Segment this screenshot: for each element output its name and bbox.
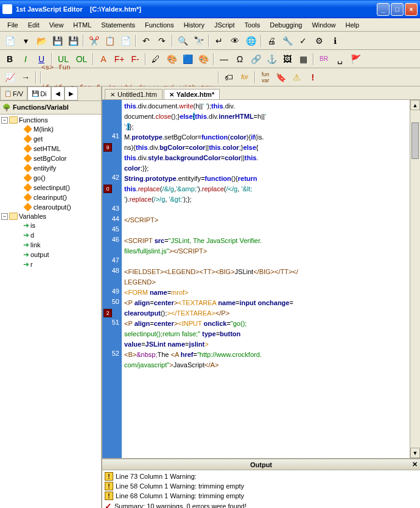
gutter-line[interactable]: 46: [102, 236, 122, 246]
gutter-line[interactable]: 48: [102, 267, 122, 277]
code-line[interactable]: <B>&nbsp;The <A href="http://www.crockfo…: [124, 350, 407, 360]
output-close-icon[interactable]: ✕: [412, 460, 418, 468]
editor-tab[interactable]: ✕Untitled1.htm: [105, 89, 163, 99]
arrow-icon[interactable]: →: [18, 70, 33, 85]
gutter-line[interactable]: 42: [102, 174, 122, 184]
menu-view[interactable]: View: [44, 20, 69, 30]
code-line[interactable]: <FORM name=mrof>: [124, 288, 407, 298]
cut-icon[interactable]: ✂️: [86, 34, 101, 48]
flag-icon[interactable]: 🚩: [348, 52, 363, 66]
space-icon[interactable]: ␣: [332, 52, 347, 66]
gutter-line[interactable]: 47: [102, 256, 122, 267]
char-icon[interactable]: Ω: [233, 52, 247, 66]
code-line[interactable]: </SCRIPT>: [124, 215, 407, 225]
browser-icon[interactable]: 🌐: [243, 34, 258, 48]
tree-var-item[interactable]: ➜ link: [1, 240, 100, 250]
close-button[interactable]: ×: [405, 3, 418, 16]
dropdown-icon[interactable]: ▾: [18, 34, 33, 48]
tree-func-item[interactable]: 🔶 entityify: [1, 163, 100, 173]
gutter-line[interactable]: [102, 163, 122, 174]
collapse-icon[interactable]: −: [1, 213, 8, 220]
code-line[interactable]: String.prototype.entityify=function(){re…: [124, 174, 407, 184]
tree-var-item[interactable]: ➜ is: [1, 220, 100, 230]
tree-functions-folder[interactable]: − Functions: [1, 116, 100, 124]
code-line[interactable]: this.div.document.write(h||' ');this.div…: [124, 101, 407, 111]
anchor-icon[interactable]: ⚓: [264, 52, 279, 66]
exclaim-icon[interactable]: !: [306, 70, 320, 85]
menu-statements[interactable]: Statements: [96, 20, 140, 30]
bookmark-icon[interactable]: 0: [103, 185, 112, 193]
tree-func-item[interactable]: 🔶 clearinput(): [1, 192, 100, 202]
open-folder-icon[interactable]: 📂: [34, 34, 49, 48]
scroll-up-icon[interactable]: ▲: [410, 100, 420, 110]
gutter-line[interactable]: 41: [102, 132, 122, 143]
code-line[interactable]: document.close();}else{this.div.innerHTM…: [124, 111, 407, 122]
code-line[interactable]: clearoutput();></TEXTAREA></P>: [124, 308, 407, 319]
tree-var-item[interactable]: ➜ d: [1, 230, 100, 240]
var-icon[interactable]: funvar: [258, 70, 273, 85]
snippet-fun[interactable]: fun: [56, 64, 73, 71]
find-icon[interactable]: 🔍: [175, 34, 190, 48]
tag-icon[interactable]: 🏷: [222, 70, 236, 85]
table-icon[interactable]: ▦: [296, 52, 310, 66]
gutter-line[interactable]: 49: [102, 288, 122, 298]
menu-debugging[interactable]: Debugging: [265, 20, 307, 30]
tab-nav-right[interactable]: ▶: [65, 86, 78, 101]
gutter-line[interactable]: 0: [102, 184, 122, 194]
editor-tab[interactable]: ✕Yaldex.htm*: [164, 89, 220, 99]
undo-icon[interactable]: ↶: [139, 34, 153, 48]
tree-var-item[interactable]: ➜ r: [1, 259, 100, 269]
minimize-button[interactable]: _: [377, 3, 390, 16]
tab-di[interactable]: 💾 Di: [27, 86, 51, 101]
menu-window[interactable]: Window: [307, 20, 340, 30]
code-line[interactable]: <SCRIPT src="JSLint, The JavaScript Veri…: [124, 236, 407, 246]
gutter-line[interactable]: 2: [102, 308, 122, 319]
code-line[interactable]: ').replace(/>/g, '&gt;');};: [124, 194, 407, 205]
italic-button[interactable]: I: [18, 52, 33, 66]
paste-icon[interactable]: 📄: [118, 34, 133, 48]
gear-icon[interactable]: ⚙: [312, 34, 326, 48]
code-line[interactable]: <P align=center><INPUT onclick="go();: [124, 319, 407, 329]
tab-fv[interactable]: 📋 F/V: [0, 86, 27, 101]
gutter-line[interactable]: [102, 101, 122, 111]
code-line[interactable]: this.div.style.backgroundColor=color||th…: [124, 153, 407, 163]
chart-icon[interactable]: 📈: [2, 70, 17, 85]
code-line[interactable]: com/javascript">JavaScript</A>: [124, 360, 407, 370]
gutter-line[interactable]: [102, 360, 122, 370]
tree-func-item[interactable]: 🔶 selectinput(): [1, 183, 100, 192]
vertical-scrollbar[interactable]: ▲ ▼: [410, 100, 420, 458]
gutter-line[interactable]: 45: [102, 225, 122, 236]
tree-func-item[interactable]: 🔶 get: [1, 134, 100, 144]
code-line[interactable]: [124, 225, 407, 236]
tab-close-icon[interactable]: ✕: [110, 91, 115, 98]
code-line[interactable]: [124, 205, 407, 215]
save-all-icon[interactable]: 💾: [66, 34, 80, 48]
tool-icon[interactable]: 🔧: [280, 34, 295, 48]
gutter-line[interactable]: 44: [102, 215, 122, 225]
menu-history[interactable]: History: [179, 20, 209, 30]
preview-icon[interactable]: 👁: [228, 34, 242, 48]
tree-func-item[interactable]: 🔶 setHTML: [1, 144, 100, 153]
gutter-line[interactable]: 9: [102, 143, 122, 153]
code-line[interactable]: color;}};: [124, 163, 407, 174]
gutter-line[interactable]: 51: [102, 319, 122, 329]
code-line[interactable]: <FIELDSET><LEGEND><TT><BIG>JSLint</BIG><…: [124, 267, 407, 277]
gutter-line[interactable]: 43: [102, 205, 122, 215]
hr-icon[interactable]: —: [217, 52, 231, 66]
menu-help[interactable]: Help: [341, 20, 365, 30]
maximize-button[interactable]: □: [391, 3, 404, 16]
code-line[interactable]: this.replace(/&/g,'&amp;').replace(/</g,…: [124, 184, 407, 194]
bold-button[interactable]: B: [2, 52, 17, 66]
tab-nav-left[interactable]: ◀: [51, 86, 65, 101]
menu-file[interactable]: File: [2, 20, 23, 30]
snippet-s[interactable]: <s>: [39, 64, 56, 71]
tree-func-item[interactable]: 🔶 go(): [1, 173, 100, 183]
output-content[interactable]: !Line 73 Column 1 Warning: inserting ''t…: [102, 470, 420, 508]
code-line[interactable]: [124, 256, 407, 267]
new-file-icon[interactable]: 📄: [2, 34, 17, 48]
menu-jscript[interactable]: JScript: [209, 20, 240, 30]
gutter-line[interactable]: [102, 277, 122, 288]
gutter-line[interactable]: [102, 339, 122, 350]
gutter-line[interactable]: 50: [102, 298, 122, 308]
wrap-icon[interactable]: ↵: [212, 34, 226, 48]
